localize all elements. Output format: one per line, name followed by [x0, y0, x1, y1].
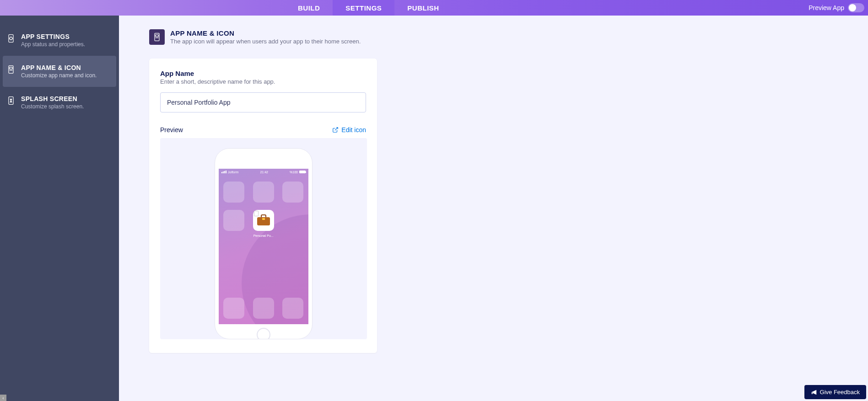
- sidebar-title: APP SETTINGS: [21, 33, 85, 40]
- app-tile-placeholder: [223, 210, 244, 231]
- phone-time: 21:42: [260, 171, 268, 174]
- layout: APP SETTINGS App status and properties. …: [0, 16, 868, 401]
- carrier-label: Jotform: [228, 171, 238, 174]
- tab-build[interactable]: BUILD: [285, 0, 333, 16]
- status-left: Jotform: [221, 171, 238, 174]
- svg-rect-13: [156, 35, 159, 37]
- signal-bars-icon: [221, 171, 226, 173]
- sidebar: APP SETTINGS App status and properties. …: [0, 16, 119, 401]
- phone-preview-container: Jotform 21:42 %100: [160, 138, 367, 339]
- page-title: APP NAME & ICON: [170, 29, 361, 37]
- preview-row: Preview Edit icon: [160, 126, 366, 134]
- toggle-knob: [849, 4, 856, 11]
- sidebar-collapse-handle[interactable]: ‹: [0, 395, 6, 401]
- app-tile-placeholder: [223, 182, 244, 203]
- sidebar-text: SPLASH SCREEN Customize splash screen.: [21, 95, 84, 110]
- app-tile-placeholder: [282, 182, 303, 203]
- phone-frame: Jotform 21:42 %100: [215, 148, 313, 339]
- page-subtitle: The app icon will appear when users add …: [170, 38, 361, 45]
- settings-phone-icon: [6, 34, 16, 43]
- dock-tile-placeholder: [223, 298, 244, 319]
- chevron-left-icon: ‹: [2, 396, 4, 401]
- tabs-container: BUILD SETTINGS PUBLISH: [285, 0, 452, 16]
- sidebar-text: APP SETTINGS App status and properties.: [21, 33, 85, 48]
- preview-label: Preview: [160, 126, 183, 134]
- app-name-input[interactable]: [160, 92, 366, 112]
- phone-screen: Jotform 21:42 %100: [219, 169, 308, 324]
- header-text: APP NAME & ICON The app icon will appear…: [170, 29, 361, 45]
- phone-home-button: [257, 328, 270, 339]
- sidebar-title: APP NAME & ICON: [21, 64, 97, 71]
- briefcase-icon: [257, 215, 270, 225]
- sidebar-desc: App status and properties.: [21, 41, 85, 48]
- splash-phone-icon: [6, 96, 16, 105]
- svg-rect-12: [155, 33, 159, 41]
- edit-icon-label: Edit icon: [341, 126, 366, 134]
- settings-card: App Name Enter a short, descriptive name…: [149, 59, 377, 353]
- feedback-label: Give Feedback: [820, 389, 860, 396]
- svg-point-1: [10, 37, 12, 40]
- svg-rect-6: [9, 66, 13, 74]
- app-name-field: App Name Enter a short, descriptive name…: [160, 70, 366, 112]
- battery-percent: %100: [290, 171, 298, 174]
- give-feedback-button[interactable]: Give Feedback: [804, 385, 866, 399]
- app-name-label: App Name: [160, 70, 366, 77]
- sidebar-item-splash-screen[interactable]: SPLASH SCREEN Customize splash screen.: [0, 87, 119, 118]
- sidebar-title: SPLASH SCREEN: [21, 95, 84, 102]
- app-grid: Personal Po...: [219, 175, 308, 237]
- dock-tile-placeholder: [282, 298, 303, 319]
- phone-label-icon: [6, 65, 16, 74]
- dock-tile-placeholder: [253, 298, 274, 319]
- top-bar: BUILD SETTINGS PUBLISH Preview App: [0, 0, 868, 16]
- status-right: %100: [290, 171, 306, 174]
- external-link-icon: [332, 127, 339, 133]
- app-name-hint: Enter a short, descriptive name for this…: [160, 78, 366, 85]
- app-tile-personal-portfolio: Personal Po...: [253, 210, 274, 231]
- sidebar-item-app-settings[interactable]: APP SETTINGS App status and properties.: [0, 25, 119, 56]
- svg-line-15: [335, 128, 338, 130]
- sidebar-text: APP NAME & ICON Customize app name and i…: [21, 64, 97, 79]
- app-tile-placeholder: [253, 182, 274, 203]
- sidebar-desc: Customize splash screen.: [21, 103, 84, 110]
- svg-marker-11: [10, 101, 11, 102]
- preview-toggle-switch[interactable]: [848, 3, 864, 12]
- app-tile-label: Personal Po...: [250, 234, 277, 237]
- dock-grid: [219, 298, 308, 319]
- page-header-icon: [149, 29, 165, 45]
- edit-icon-button[interactable]: Edit icon: [332, 126, 366, 134]
- phone-status-bar: Jotform 21:42 %100: [219, 169, 308, 175]
- main-content: APP NAME & ICON The app icon will appear…: [119, 16, 868, 401]
- svg-rect-7: [10, 67, 13, 69]
- sidebar-item-app-name-icon[interactable]: APP NAME & ICON Customize app name and i…: [3, 56, 116, 87]
- tab-settings[interactable]: SETTINGS: [333, 0, 394, 16]
- megaphone-icon: [811, 389, 817, 396]
- preview-app-label: Preview App: [809, 4, 844, 11]
- preview-app-control: Preview App: [809, 3, 864, 12]
- battery-icon: [299, 171, 306, 173]
- page-header: APP NAME & ICON The app icon will appear…: [149, 29, 868, 45]
- sidebar-desc: Customize app name and icon.: [21, 72, 97, 79]
- tab-publish[interactable]: PUBLISH: [394, 0, 452, 16]
